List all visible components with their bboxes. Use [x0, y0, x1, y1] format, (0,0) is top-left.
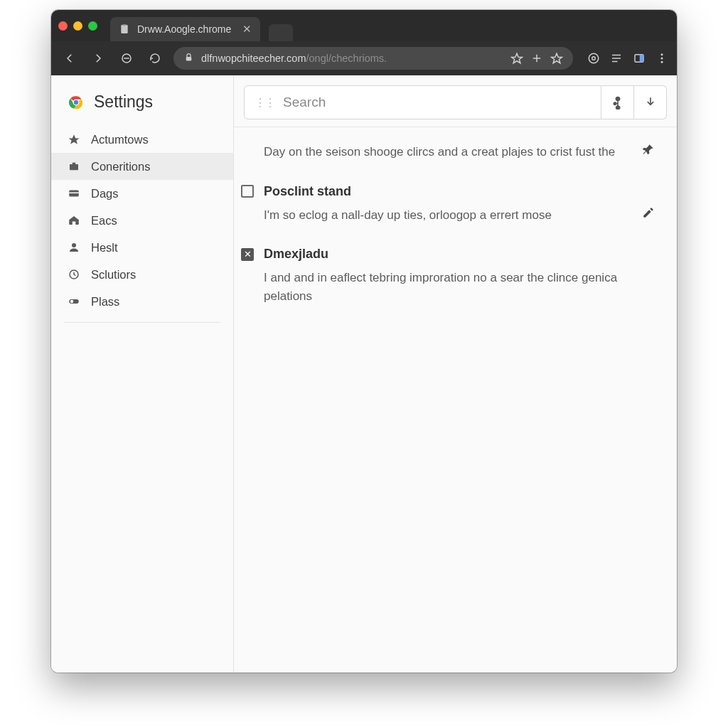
sidebar: Settings Actumtows Coneritions Dags Eac	[51, 75, 234, 673]
forward-button[interactable]	[88, 48, 108, 68]
briefcase-icon	[67, 159, 81, 173]
settings-list: Day on the seison shooge clircs and a cr…	[234, 127, 677, 332]
svg-rect-15	[640, 55, 643, 63]
person-icon	[67, 240, 81, 255]
svg-point-10	[592, 57, 596, 60]
svg-marker-8	[552, 53, 562, 63]
search-input[interactable]: ⋮⋮ Search	[244, 85, 601, 119]
side-panel-icon[interactable]	[633, 52, 646, 65]
card-icon	[67, 186, 81, 200]
reading-list-icon[interactable]	[610, 52, 623, 65]
address-bar[interactable]: dlfnwopchiteecher.com/ongl/chechrioms.	[173, 47, 573, 70]
overflow-menu-icon[interactable]	[655, 52, 668, 65]
reload-button[interactable]	[145, 48, 165, 68]
sidebar-item-sclutiors[interactable]: Sclutiors	[51, 261, 233, 288]
sidebar-item-coneritions[interactable]: Coneritions	[51, 153, 233, 180]
lock-icon	[183, 52, 194, 65]
new-tab-button[interactable]	[269, 24, 293, 41]
svg-point-18	[661, 61, 663, 63]
sidebar-item-heslt[interactable]: Heslt	[51, 234, 233, 261]
page-content: Settings Actumtows Coneritions Dags Eac	[51, 75, 677, 673]
sidebar-item-plass[interactable]: Plass	[51, 288, 233, 315]
sidebar-item-eacs[interactable]: Eacs	[51, 207, 233, 234]
search-row: ⋮⋮ Search	[234, 75, 677, 127]
svg-point-30	[70, 300, 74, 304]
url-host: dlfnwopchiteecher.com	[201, 53, 306, 64]
clock-icon	[67, 267, 81, 282]
svg-marker-5	[512, 53, 523, 63]
settings-header: Settings	[51, 85, 233, 126]
sidebar-item-dags[interactable]: Dags	[51, 180, 233, 207]
toggle-icon	[67, 294, 81, 309]
add-icon[interactable]	[530, 52, 543, 65]
bookmark-star-icon[interactable]	[550, 52, 563, 65]
entry-title: Dmexjladu	[264, 247, 328, 262]
entry-title: Posclint stand	[264, 184, 351, 199]
entry-description: Day on the seison shooge clircs and a cr…	[264, 143, 626, 161]
back-button[interactable]	[60, 48, 80, 68]
entry-description: I'm so eclog a nall-day up ties, orloogo…	[264, 206, 626, 225]
main-panel: ⋮⋮ Search Day on the seison shooge clirc…	[234, 75, 677, 673]
toolbar: dlfnwopchiteecher.com/ongl/chechrioms.	[51, 41, 677, 75]
checkbox[interactable]: ✕	[241, 248, 254, 261]
svg-rect-4	[186, 57, 192, 61]
stop-button[interactable]	[117, 48, 136, 68]
list-item: Day on the seison shooge clircs and a cr…	[241, 133, 658, 174]
svg-point-9	[589, 53, 599, 63]
url-text: dlfnwopchiteecher.com/ongl/chechrioms.	[201, 53, 387, 64]
maximize-window-button[interactable]	[88, 21, 97, 31]
window-controls	[58, 21, 97, 31]
extensions-icon[interactable]	[587, 52, 600, 65]
sidebar-item-label: Heslt	[91, 241, 118, 255]
filter-button[interactable]	[601, 85, 634, 119]
svg-rect-26	[69, 193, 79, 194]
checkbox[interactable]	[241, 185, 254, 198]
list-item: Posclint stand I'm so eclog a nall-day u…	[241, 174, 658, 237]
toolbar-right	[587, 52, 668, 65]
sidebar-item-actumtows[interactable]: Actumtows	[51, 126, 233, 153]
entry-description: I and and in eaflect tebring improration…	[264, 269, 658, 305]
sidebar-divider	[64, 322, 220, 323]
sidebar-item-label: Eacs	[91, 214, 117, 228]
svg-marker-22	[69, 134, 80, 144]
svg-point-17	[661, 58, 663, 60]
search-actions	[601, 85, 667, 119]
svg-rect-1	[122, 24, 126, 26]
svg-rect-0	[121, 25, 127, 33]
chrome-logo-icon	[67, 93, 85, 112]
minimize-window-button[interactable]	[73, 21, 82, 31]
settings-title: Settings	[94, 92, 153, 112]
pin-button[interactable]	[638, 143, 658, 156]
sidebar-item-label: Coneritions	[91, 160, 150, 173]
sidebar-item-label: Plass	[91, 295, 119, 309]
download-button[interactable]	[634, 85, 667, 119]
list-item: ✕ Dmexjladu I and and in eaflect tebring…	[241, 237, 658, 318]
tab-favicon-icon	[119, 23, 130, 35]
edit-button[interactable]	[638, 206, 658, 219]
svg-point-16	[661, 53, 663, 55]
sidebar-item-label: Dags	[91, 187, 119, 200]
tab-close-icon[interactable]: ✕	[242, 23, 252, 36]
drag-handle-icon: ⋮⋮	[255, 96, 274, 109]
svg-rect-24	[73, 163, 76, 164]
home-icon	[67, 213, 81, 228]
sidebar-nav: Actumtows Coneritions Dags Eacs Heslt	[51, 126, 233, 323]
browser-window: Drww.Aoogle.chrome ✕ dlfnwopchiteecher.c…	[51, 10, 677, 673]
close-window-button[interactable]	[58, 21, 68, 31]
svg-rect-23	[70, 164, 78, 170]
svg-point-27	[72, 243, 76, 247]
translate-icon[interactable]	[510, 52, 523, 65]
search-placeholder: Search	[283, 95, 326, 110]
sidebar-item-label: Sclutiors	[91, 268, 136, 282]
titlebar: Drww.Aoogle.chrome ✕	[51, 10, 677, 41]
browser-tab[interactable]: Drww.Aoogle.chrome ✕	[110, 17, 260, 41]
tab-title: Drww.Aoogle.chrome	[137, 23, 231, 35]
url-path: /ongl/chechrioms.	[306, 53, 387, 64]
sidebar-item-label: Actumtows	[91, 133, 149, 146]
star-icon	[67, 132, 81, 146]
